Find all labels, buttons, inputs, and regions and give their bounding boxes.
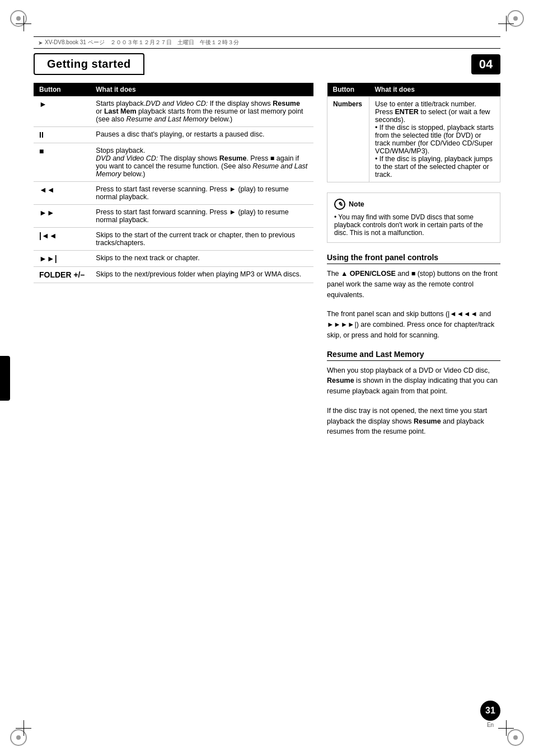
left-table-row: IIPauses a disc that's playing, or resta…	[34, 127, 313, 143]
left-table-row: ►Starts playback.DVD and Video CD: If th…	[34, 96, 313, 127]
crosshair-br	[498, 720, 518, 740]
right-col1-header: Button	[327, 83, 369, 97]
left-table-row: ■Stops playback.DVD and Video CD: The di…	[34, 143, 313, 182]
button-description: Skips to the next/previous folder when p…	[90, 267, 313, 283]
button-description: Press to start fast forward scanning. Pr…	[90, 205, 313, 228]
main-content: Button What it does ►Starts playback.DVD…	[34, 83, 500, 446]
left-table-row: FOLDER +/–Skips to the next/previous fol…	[34, 267, 313, 283]
note-header: ✎ Note	[334, 199, 493, 210]
left-table-row: ►►Press to start fast forward scanning. …	[34, 205, 313, 228]
note-box: ✎ Note • You may find with some DVD disc…	[327, 192, 500, 243]
button-symbol: |◄◄	[34, 228, 90, 251]
page-number-box: 31 En	[480, 701, 500, 728]
front-panel-text2: The front panel scan and skip buttons (|…	[327, 310, 494, 339]
header-title-box: Getting started	[34, 53, 144, 75]
chapter-number: 04	[479, 58, 493, 71]
front-panel-text1: The ▲ OPEN/CLOSE and ■ (stop) buttons on…	[327, 270, 498, 299]
header-section: Getting started 04	[34, 53, 500, 75]
right-col2-header: What it does	[369, 83, 500, 97]
resume-body2: If the disc tray is not opened, the next…	[327, 406, 500, 437]
left-tab-marker	[0, 356, 10, 401]
button-symbol: FOLDER +/–	[34, 267, 90, 283]
left-col2-header: What it does	[90, 83, 313, 96]
left-table-row: |◄◄Skips to the start of the current tra…	[34, 228, 313, 251]
button-symbol: ◄◄	[34, 182, 90, 205]
button-symbol: ■	[34, 143, 90, 182]
crosshair-bl	[16, 720, 36, 740]
resume-text1: When you stop playback of a DVD or Video…	[327, 367, 498, 396]
button-symbol: ►►	[34, 205, 90, 228]
button-symbol: ►	[34, 96, 90, 127]
button-description: Press to start fast reverse scanning. Pr…	[90, 182, 313, 205]
front-panel-body2: The front panel scan and skip buttons (|…	[327, 309, 500, 340]
button-description: Pauses a disc that's playing, or restart…	[90, 127, 313, 143]
button-description: Stops playback.DVD and Video CD: The dis…	[90, 143, 313, 182]
front-panel-heading: Using the front panel controls	[327, 253, 500, 264]
button-symbol: ►►|	[34, 251, 90, 267]
note-title: Note	[349, 200, 364, 208]
chapter-number-box: 04	[471, 54, 500, 74]
note-body: • You may find with some DVD discs that …	[334, 213, 493, 237]
left-table-wrapper: Button What it does ►Starts playback.DVD…	[34, 83, 313, 446]
crosshair-tr	[498, 16, 518, 36]
resume-text2: If the disc tray is not opened, the next…	[327, 407, 487, 436]
right-button-symbol: Numbers	[327, 97, 369, 182]
page-title: Getting started	[47, 58, 131, 70]
right-button-description: Use to enter a title/track number. Press…	[369, 97, 500, 182]
note-icon: ✎	[334, 199, 345, 210]
page-lang: En	[487, 722, 494, 728]
meta-text: XV-DV8.book 31 ページ ２００３年１２月２７日 土曜日 午後１２時…	[45, 39, 239, 46]
left-table-row: ►►|Skips to the next track or chapter.	[34, 251, 313, 267]
page-number: 31	[480, 701, 500, 721]
arrow-icon: ➤	[38, 40, 43, 46]
resume-body1: When you stop playback of a DVD or Video…	[327, 365, 500, 397]
right-column: Button What it does NumbersUse to enter …	[327, 83, 500, 446]
left-col1-header: Button	[34, 83, 90, 96]
meta-bar: ➤ XV-DV8.book 31 ページ ２００３年１２月２７日 土曜日 午後１…	[34, 36, 500, 49]
front-panel-body1: The ▲ OPEN/CLOSE and ■ (stop) buttons on…	[327, 269, 500, 300]
left-table-row: ◄◄Press to start fast reverse scanning. …	[34, 182, 313, 205]
resume-heading: Resume and Last Memory	[327, 350, 500, 361]
button-symbol: II	[34, 127, 90, 143]
right-button-table: Button What it does NumbersUse to enter …	[327, 83, 500, 182]
button-description: Starts playback.DVD and Video CD: If the…	[90, 96, 313, 127]
button-description: Skips to the next track or chapter.	[90, 251, 313, 267]
left-button-table: Button What it does ►Starts playback.DVD…	[34, 83, 313, 283]
page: ➤ XV-DV8.book 31 ページ ２００３年１２月２７日 土曜日 午後１…	[0, 0, 534, 756]
crosshair-tl	[16, 16, 36, 36]
right-table-row: NumbersUse to enter a title/track number…	[327, 97, 500, 182]
button-description: Skips to the start of the current track …	[90, 228, 313, 251]
